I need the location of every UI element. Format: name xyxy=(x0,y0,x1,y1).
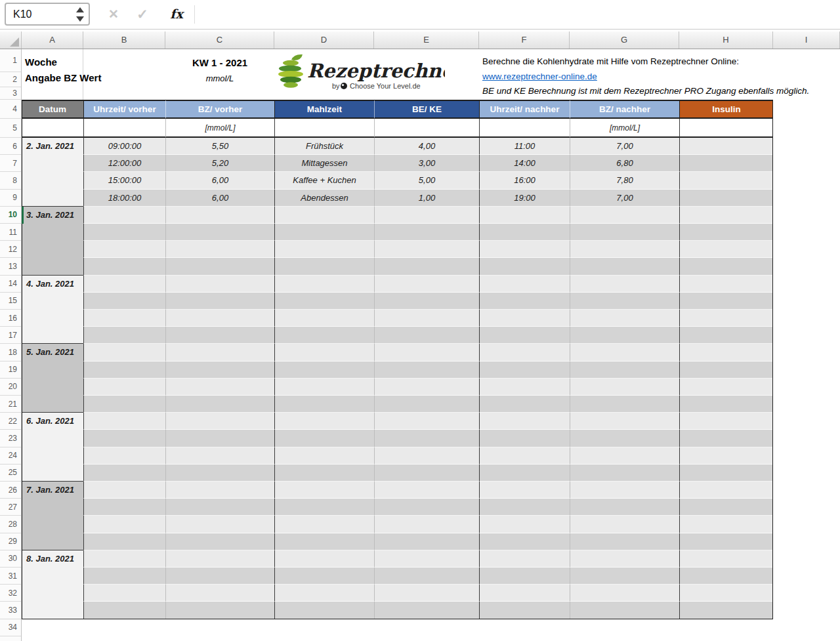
cell-H6[interactable] xyxy=(679,138,773,155)
cell-F33[interactable] xyxy=(479,602,570,619)
cell-B22[interactable] xyxy=(83,413,165,430)
cell-C26[interactable] xyxy=(165,482,274,499)
cell-A6[interactable]: 2. Jan. 2021 xyxy=(22,138,83,207)
cell-H10[interactable] xyxy=(679,207,773,224)
cell-E17[interactable] xyxy=(374,327,479,344)
cell-E12[interactable] xyxy=(374,241,479,258)
cell-G22[interactable] xyxy=(570,413,679,430)
cell-H29[interactable] xyxy=(679,533,773,550)
cell-G19[interactable] xyxy=(570,362,679,379)
cell-B27[interactable] xyxy=(83,499,165,516)
cell-C8[interactable]: 6,00 xyxy=(165,172,274,189)
cell-H8[interactable] xyxy=(679,172,773,189)
cell-F27[interactable] xyxy=(479,499,570,516)
row-header-2[interactable]: 2 xyxy=(0,72,22,87)
column-header-H[interactable]: H xyxy=(679,31,773,49)
cell-D23[interactable] xyxy=(274,430,374,447)
cell-E15[interactable] xyxy=(374,293,479,310)
cell-F14[interactable] xyxy=(479,276,570,293)
cell-B28[interactable] xyxy=(83,516,165,533)
cell-B29[interactable] xyxy=(83,533,165,550)
cell-D19[interactable] xyxy=(274,362,374,379)
cell-E21[interactable] xyxy=(374,396,479,413)
unit-cell-G5[interactable]: [mmol/L] xyxy=(570,119,679,138)
column-header-D[interactable]: D xyxy=(274,31,374,49)
cell-D6[interactable]: Frühstück xyxy=(274,138,374,155)
cell-E6[interactable]: 4,00 xyxy=(374,138,479,155)
cell-H7[interactable] xyxy=(679,155,773,172)
row-header-22[interactable]: 22 xyxy=(0,413,22,430)
row-header-3[interactable]: 3 xyxy=(0,87,22,100)
cell-C17[interactable] xyxy=(165,327,274,344)
row-header-7[interactable]: 7 xyxy=(0,155,22,172)
unit-cell-B5[interactable] xyxy=(83,119,165,138)
cell-B21[interactable] xyxy=(83,396,165,413)
cell-F15[interactable] xyxy=(479,293,570,310)
cell-G21[interactable] xyxy=(570,396,679,413)
cell-F19[interactable] xyxy=(479,362,570,379)
cell-F31[interactable] xyxy=(479,568,570,585)
unit-cell-C5[interactable]: [mmol/L] xyxy=(165,119,274,138)
cell-E24[interactable] xyxy=(374,447,479,465)
cell-G30[interactable] xyxy=(570,550,679,568)
cell-G23[interactable] xyxy=(570,430,679,447)
cell-A26[interactable]: 7. Jan. 2021 xyxy=(22,482,83,550)
row-header-8[interactable]: 8 xyxy=(0,172,22,189)
cell-E29[interactable] xyxy=(374,533,479,550)
cell-B31[interactable] xyxy=(83,568,165,585)
cell-F26[interactable] xyxy=(479,482,570,499)
cell-F30[interactable] xyxy=(479,550,570,568)
cell-C14[interactable] xyxy=(165,276,274,293)
cell-G12[interactable] xyxy=(570,241,679,258)
cell-B15[interactable] xyxy=(83,293,165,310)
cell-H14[interactable] xyxy=(679,276,773,293)
cell-B6[interactable]: 09:00:00 xyxy=(83,138,165,155)
cell-H32[interactable] xyxy=(679,585,773,602)
cell-C11[interactable] xyxy=(165,224,274,241)
cell-C10[interactable] xyxy=(165,207,274,224)
row-header-17[interactable]: 17 xyxy=(0,327,22,344)
cell-H9[interactable] xyxy=(679,190,773,207)
cell-F6[interactable]: 11:00 xyxy=(479,138,570,155)
cell-D22[interactable] xyxy=(274,413,374,430)
cell-B14[interactable] xyxy=(83,276,165,293)
cell-E26[interactable] xyxy=(374,482,479,499)
cell-A22[interactable]: 6. Jan. 2021 xyxy=(22,413,83,482)
cell-F8[interactable]: 16:00 xyxy=(479,172,570,189)
cell-B19[interactable] xyxy=(83,362,165,379)
cell-C27[interactable] xyxy=(165,499,274,516)
column-header-I[interactable]: I xyxy=(773,31,840,49)
cell-H12[interactable] xyxy=(679,241,773,258)
cell-G18[interactable] xyxy=(570,344,679,361)
cell-G14[interactable] xyxy=(570,276,679,293)
cell-D7[interactable]: Mittagessen xyxy=(274,155,374,172)
cell-H25[interactable] xyxy=(679,465,773,482)
cell-F23[interactable] xyxy=(479,430,570,447)
cell-G28[interactable] xyxy=(570,516,679,533)
cell-D17[interactable] xyxy=(274,327,374,344)
cell-F12[interactable] xyxy=(479,241,570,258)
cell-H19[interactable] xyxy=(679,362,773,379)
cell-H33[interactable] xyxy=(679,602,773,619)
cell-C23[interactable] xyxy=(165,430,274,447)
row-header-27[interactable]: 27 xyxy=(0,499,22,516)
cell-C28[interactable] xyxy=(165,516,274,533)
cell-F9[interactable]: 19:00 xyxy=(479,190,570,207)
unit-cell-E5[interactable] xyxy=(374,119,479,138)
cell-H16[interactable] xyxy=(679,310,773,327)
row-header-20[interactable]: 20 xyxy=(0,379,22,396)
insert-function-icon[interactable]: fx xyxy=(165,0,188,30)
spinner-up-icon[interactable] xyxy=(76,7,84,12)
cell-G31[interactable] xyxy=(570,568,679,585)
row-header-32[interactable]: 32 xyxy=(0,585,22,602)
cell-A14[interactable]: 4. Jan. 2021 xyxy=(22,276,83,344)
cell-E7[interactable]: 3,00 xyxy=(374,155,479,172)
cell-G29[interactable] xyxy=(570,533,679,550)
header-cell-mahlzeit[interactable]: Mahlzeit xyxy=(274,100,374,119)
cell-F7[interactable]: 14:00 xyxy=(479,155,570,172)
cell-H22[interactable] xyxy=(679,413,773,430)
header-cell-bz_vorher[interactable]: BZ/ vorher xyxy=(165,100,274,119)
cell-H13[interactable] xyxy=(679,258,773,275)
row-header-14[interactable]: 14 xyxy=(0,276,22,293)
unit-cell-H5[interactable] xyxy=(679,119,773,138)
